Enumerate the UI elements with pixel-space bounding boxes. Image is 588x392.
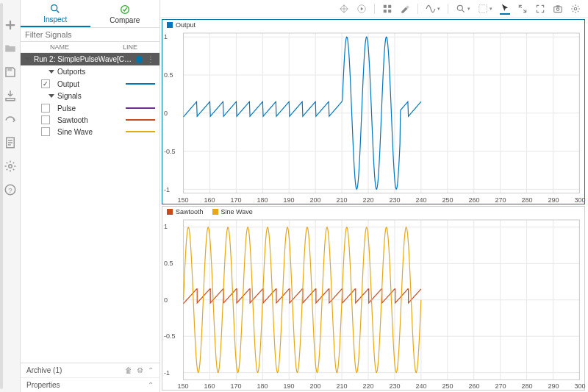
trash-icon[interactable]: 🗑 xyxy=(125,366,132,374)
folder-icon[interactable] xyxy=(3,41,18,56)
checkbox-sawtooth[interactable] xyxy=(41,115,50,124)
chevron-icon[interactable]: ⌃ xyxy=(148,381,154,389)
checkbox-pulse[interactable] xyxy=(41,104,50,113)
svg-rect-9 xyxy=(388,4,391,7)
add-icon[interactable] xyxy=(3,18,18,32)
report-icon[interactable] xyxy=(3,135,18,150)
signal-sine[interactable]: Sine Wave xyxy=(21,126,159,138)
group-outports-label: Outports xyxy=(57,68,85,76)
signal-sine-line xyxy=(126,131,155,132)
tab-compare-label: Compare xyxy=(110,16,140,24)
svg-rect-8 xyxy=(384,4,387,7)
plot-1[interactable]: Output -1-0.500.511501601701801902002102… xyxy=(162,19,585,204)
main-area: ▾ ▾ ▾ Output -1-0.500.511501601701801902… xyxy=(160,0,588,392)
help-icon[interactable]: ? xyxy=(3,182,18,197)
plot-container: Output -1-0.500.511501601701801902002102… xyxy=(160,18,588,392)
signal-tree: Run 2: SimplePulseWave[Current] ⋮ Outpor… xyxy=(21,53,159,363)
signal-pulse[interactable]: Pulse xyxy=(21,102,159,114)
gear-icon[interactable] xyxy=(570,4,581,14)
checkbox-sine[interactable] xyxy=(41,127,50,136)
signal-sawtooth-line xyxy=(126,119,155,121)
signal-sine-label: Sine Wave xyxy=(54,128,121,136)
tab-inspect-label: Inspect xyxy=(43,15,67,24)
properties-panel[interactable]: Properties ⌃ xyxy=(21,377,159,392)
fullscreen-icon[interactable] xyxy=(535,4,545,14)
layout-icon[interactable] xyxy=(382,4,392,14)
svg-rect-13 xyxy=(479,4,487,13)
run-more-icon[interactable]: ⋮ xyxy=(147,55,155,63)
svg-point-12 xyxy=(457,5,462,10)
signal-sidebar: Inspect Compare NAME LINE Run 2: SimpleP… xyxy=(21,0,160,392)
legend-sine: Sine Wave xyxy=(212,208,253,215)
svg-point-5 xyxy=(51,4,57,10)
signal-pulse-label: Pulse xyxy=(54,104,121,113)
header-line: LINE xyxy=(123,43,159,51)
plot-toolbar: ▾ ▾ ▾ xyxy=(160,0,588,18)
tree-headers: NAME LINE xyxy=(21,42,159,53)
header-name: NAME xyxy=(50,43,123,51)
svg-point-15 xyxy=(556,7,559,10)
settings-icon[interactable] xyxy=(3,159,18,174)
tab-inspect[interactable]: Inspect xyxy=(21,0,90,27)
cursor-icon[interactable] xyxy=(500,3,510,15)
svg-rect-16 xyxy=(556,5,560,7)
legend-output: Output xyxy=(167,21,196,29)
run-status-dot xyxy=(136,56,143,63)
properties-label: Properties xyxy=(26,381,60,389)
tab-compare[interactable]: Compare xyxy=(90,0,160,27)
plot-2-chart[interactable]: -1-0.500.5115016017018019020021022023024… xyxy=(162,217,584,391)
plot-2-legend: Sawtooth Sine Wave xyxy=(162,207,584,217)
filter-input[interactable] xyxy=(21,28,159,42)
plot-1-legend: Output xyxy=(162,20,584,30)
play-icon[interactable] xyxy=(356,4,367,14)
archive-icons: 🗑 ⚙ ⌃ xyxy=(125,366,154,374)
archive-label: Archive (1) xyxy=(26,366,62,374)
grip-bar xyxy=(0,3,3,389)
svg-rect-11 xyxy=(388,10,391,13)
signal-sawtooth[interactable]: Sawtooth xyxy=(21,114,159,126)
group-signals-label: Signals xyxy=(57,92,82,100)
import-icon[interactable] xyxy=(3,88,18,103)
run-row[interactable]: Run 2: SimplePulseWave[Current] ⋮ xyxy=(21,53,159,65)
clear-icon[interactable] xyxy=(400,4,410,14)
archive-panel[interactable]: Archive (1) 🗑 ⚙ ⌃ xyxy=(21,363,159,377)
legend-sawtooth: Sawtooth xyxy=(167,208,204,215)
group-outports[interactable]: Outports xyxy=(21,65,159,78)
fit-icon[interactable]: ▾ xyxy=(478,4,492,14)
signal-pulse-line xyxy=(126,107,155,109)
zoom-icon[interactable]: ▾ xyxy=(456,4,470,14)
svg-point-2 xyxy=(8,165,12,168)
signal-output[interactable]: ✓ Output xyxy=(21,78,159,90)
svg-rect-14 xyxy=(554,7,562,13)
save-icon[interactable] xyxy=(3,65,18,79)
run-label: Run 2: SimplePulseWave[Current] xyxy=(34,55,133,63)
signal-output-label: Output xyxy=(54,80,121,88)
checkbox-output[interactable]: ✓ xyxy=(41,79,50,88)
export-icon[interactable] xyxy=(3,112,18,126)
expand-icon[interactable] xyxy=(517,4,528,14)
sidebar-tabs: Inspect Compare xyxy=(21,0,159,28)
snapshot-icon[interactable] xyxy=(553,4,563,14)
signal-sawtooth-label: Sawtooth xyxy=(54,116,121,124)
svg-rect-0 xyxy=(7,68,12,71)
chevron-icon[interactable]: ⌃ xyxy=(148,366,154,374)
signal-type-icon[interactable]: ▾ xyxy=(426,4,440,14)
gear-icon[interactable]: ⚙ xyxy=(137,366,143,374)
group-signals[interactable]: Signals xyxy=(21,90,159,102)
chevron-down-icon xyxy=(25,57,31,61)
signal-output-line xyxy=(126,83,155,85)
svg-rect-10 xyxy=(384,10,387,13)
pan-icon[interactable] xyxy=(339,4,349,14)
chevron-down-icon xyxy=(49,70,54,74)
chevron-down-icon xyxy=(49,94,54,98)
plot-1-chart[interactable]: -1-0.500.5115016017018019020021022023024… xyxy=(162,30,584,204)
left-toolbar: ? xyxy=(0,0,21,392)
bottom-panels: Archive (1) 🗑 ⚙ ⌃ Properties ⌃ xyxy=(21,363,159,392)
svg-point-17 xyxy=(574,7,577,10)
plot-2[interactable]: Sawtooth Sine Wave -1-0.500.511501601701… xyxy=(162,206,585,391)
svg-text:?: ? xyxy=(8,186,12,194)
